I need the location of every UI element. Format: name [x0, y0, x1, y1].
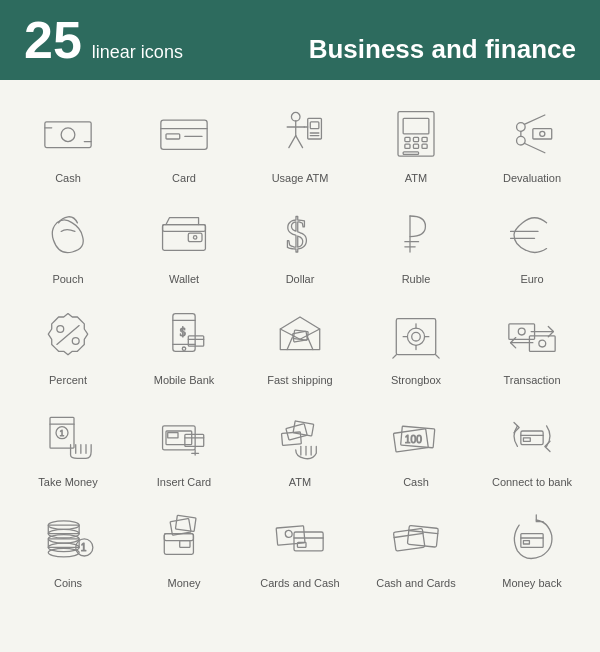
svg-rect-112	[175, 515, 196, 531]
svg-rect-19	[403, 118, 429, 133]
svg-rect-14	[310, 122, 319, 129]
header-title: Business and finance	[309, 34, 576, 65]
pouch-label: Pouch	[52, 273, 83, 286]
usage-atm-label: Usage ATM	[272, 172, 329, 185]
dollar-label: Dollar	[286, 273, 315, 286]
svg-point-33	[540, 131, 545, 136]
icon-devaluation: Devaluation	[474, 90, 590, 191]
icon-euro: Euro	[474, 191, 590, 292]
money-label: Money	[167, 577, 200, 590]
money-icon	[149, 503, 219, 573]
card-label: Card	[172, 172, 196, 185]
svg-text:100: 100	[405, 434, 422, 445]
icon-insert-card: Insert Card	[126, 394, 242, 495]
header: 25 linear icons Business and finance	[0, 0, 600, 80]
wallet-label: Wallet	[169, 273, 199, 286]
cash2-label: Cash	[403, 476, 429, 489]
svg-point-45	[72, 338, 79, 345]
svg-rect-21	[413, 137, 418, 141]
usage-atm-icon	[265, 98, 335, 168]
svg-rect-25	[422, 144, 427, 148]
icon-pouch: Pouch	[10, 191, 126, 292]
svg-point-50	[182, 347, 185, 350]
percent-label: Percent	[49, 374, 87, 387]
icon-money-back: Money back	[474, 495, 590, 596]
svg-line-29	[524, 115, 545, 124]
svg-rect-0	[45, 122, 91, 148]
icon-ruble: Ruble	[358, 191, 474, 292]
coins-icon: 1	[33, 503, 103, 573]
svg-rect-88	[293, 420, 314, 435]
icon-coins: 1 Coins	[10, 495, 126, 596]
svg-point-59	[407, 329, 424, 346]
money-back-icon	[497, 503, 567, 573]
icons-grid: Cash Card	[0, 80, 600, 606]
transaction-label: Transaction	[503, 374, 560, 387]
svg-rect-36	[188, 233, 202, 242]
icon-wallet: Wallet	[126, 191, 242, 292]
mobile-bank-label: Mobile Bank	[154, 374, 215, 387]
svg-text:1: 1	[59, 428, 64, 438]
svg-rect-32	[533, 129, 552, 139]
connect-to-bank-icon	[497, 402, 567, 472]
svg-rect-82	[168, 432, 178, 437]
percent-icon	[33, 300, 103, 370]
svg-line-12	[296, 136, 303, 148]
euro-icon	[497, 199, 567, 269]
svg-rect-22	[422, 137, 427, 141]
pouch-icon	[33, 199, 103, 269]
svg-rect-35	[163, 225, 206, 232]
svg-line-55	[308, 338, 313, 350]
coins-label: Coins	[54, 577, 82, 590]
money-back-label: Money back	[502, 577, 561, 590]
connect-to-bank-label: Connect to bank	[492, 476, 572, 489]
svg-rect-98	[523, 437, 530, 440]
fast-shipping-label: Fast shipping	[267, 374, 332, 387]
cards-and-cash-icon	[265, 503, 335, 573]
svg-line-30	[524, 143, 545, 152]
ruble-icon	[381, 199, 451, 269]
header-number: 25	[24, 14, 82, 66]
svg-point-72	[539, 341, 546, 348]
ruble-label: Ruble	[402, 273, 431, 286]
svg-rect-26	[403, 152, 418, 155]
svg-line-65	[393, 355, 396, 358]
icon-strongbox: Strongbox	[358, 292, 474, 393]
svg-rect-110	[180, 540, 190, 547]
fast-shipping-icon	[265, 300, 335, 370]
insert-card-icon	[149, 402, 219, 472]
icon-cash: Cash	[10, 90, 126, 191]
svg-line-66	[436, 355, 439, 358]
take-money-icon: 1	[33, 402, 103, 472]
take-money-label: Take Money	[38, 476, 97, 489]
icon-card: Card	[126, 90, 242, 191]
cards-and-cash-label: Cards and Cash	[260, 577, 340, 590]
strongbox-label: Strongbox	[391, 374, 441, 387]
svg-point-99	[48, 548, 79, 557]
icon-money: Money	[126, 495, 242, 596]
svg-line-54	[287, 338, 292, 350]
icon-percent: Percent	[10, 292, 126, 393]
atm2-label: ATM	[289, 476, 311, 489]
svg-point-8	[291, 112, 300, 121]
transaction-icon	[497, 300, 567, 370]
atm-icon	[381, 98, 451, 168]
svg-rect-24	[413, 144, 418, 148]
svg-rect-111	[170, 518, 191, 535]
svg-rect-124	[523, 540, 529, 543]
card-icon	[149, 98, 219, 168]
svg-rect-4	[161, 120, 207, 149]
devaluation-label: Devaluation	[503, 172, 561, 185]
cash2-icon: 100	[381, 402, 451, 472]
icon-connect-to-bank: Connect to bank	[474, 394, 590, 495]
icon-take-money: 1 Take Money	[10, 394, 126, 495]
icon-transaction: Transaction	[474, 292, 590, 393]
icon-dollar: $ Dollar	[242, 191, 358, 292]
strongbox-icon	[381, 300, 451, 370]
icon-mobile-bank: $ Mobile Bank	[126, 292, 242, 393]
svg-text:1: 1	[81, 542, 87, 553]
svg-point-37	[193, 236, 196, 239]
cash-and-cards-label: Cash and Cards	[376, 577, 456, 590]
svg-rect-20	[405, 137, 410, 141]
icon-cash-and-cards: Cash and Cards	[358, 495, 474, 596]
